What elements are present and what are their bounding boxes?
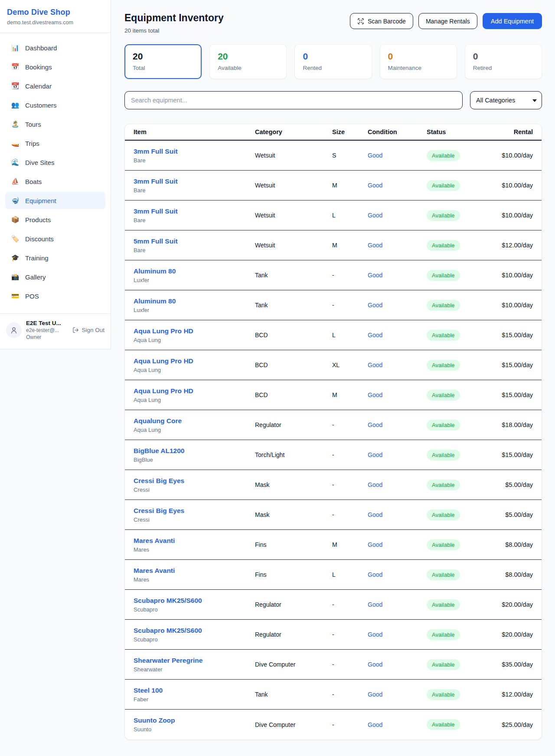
scan-barcode-label: Scan Barcode: [368, 18, 406, 25]
sign-out-button[interactable]: Sign Out: [72, 327, 104, 333]
item-name-link[interactable]: Aqua Lung Pro HD: [134, 327, 255, 335]
item-name-link[interactable]: Cressi Big Eyes: [134, 507, 255, 515]
condition-link[interactable]: Good: [368, 212, 382, 219]
condition-link[interactable]: Good: [368, 362, 382, 368]
page-title: Equipment Inventory: [124, 12, 224, 24]
size-cell: L: [332, 571, 368, 578]
item-name-link[interactable]: Steel 100: [134, 687, 255, 694]
item-brand: Aqua Lung: [134, 427, 255, 433]
sidebar-item-dashboard[interactable]: 📊 Dashboard: [5, 39, 105, 56]
sidebar-item-trips[interactable]: 🚤 Trips: [5, 135, 105, 152]
item-name-link[interactable]: 5mm Full Suit: [134, 237, 255, 245]
condition-link[interactable]: Good: [368, 541, 382, 548]
item-name-link[interactable]: Aqualung Core: [134, 417, 255, 425]
size-cell: -: [332, 272, 368, 279]
brand-title[interactable]: Demo Dive Shop: [7, 8, 104, 17]
table-row: Aqua Lung Pro HD Aqua Lung BCD XL Good A…: [125, 350, 542, 380]
sidebar-item-customers[interactable]: 👥 Customers: [5, 96, 105, 114]
stat-card-rented[interactable]: 0 Rented: [294, 44, 372, 79]
condition-link[interactable]: Good: [368, 391, 382, 398]
sidebar-item-tours[interactable]: 🏝️ Tours: [5, 115, 105, 133]
sidebar-item-boats[interactable]: ⛵ Boats: [5, 173, 105, 190]
category-cell: Tank: [255, 272, 332, 279]
condition-link[interactable]: Good: [368, 631, 382, 638]
sidebar-item-gallery[interactable]: 📸 Gallery: [5, 268, 105, 286]
status-badge: Available: [427, 300, 460, 311]
item-cell: Mares Avanti Mares: [134, 567, 255, 583]
condition-link[interactable]: Good: [368, 661, 382, 668]
item-name-link[interactable]: Mares Avanti: [134, 567, 255, 575]
item-name-link[interactable]: Scubapro MK25/S600: [134, 627, 255, 634]
condition-link[interactable]: Good: [368, 302, 382, 309]
item-name-link[interactable]: BigBlue AL1200: [134, 447, 255, 455]
add-equipment-button[interactable]: Add Equipment: [483, 13, 542, 29]
condition-link[interactable]: Good: [368, 511, 382, 518]
search-input[interactable]: [124, 91, 463, 109]
condition-link[interactable]: Good: [368, 152, 382, 159]
item-name-link[interactable]: 3mm Full Suit: [134, 177, 255, 185]
stat-label: Rented: [303, 65, 363, 71]
condition-link[interactable]: Good: [368, 691, 382, 698]
item-name-link[interactable]: Suunto Zoop: [134, 717, 255, 724]
category-select[interactable]: All Categories: [470, 91, 542, 109]
sidebar-item-label: Dive Sites: [25, 159, 55, 166]
stat-card-maintenance[interactable]: 0 Maintenance: [380, 44, 457, 79]
sidebar-item-dive-sites[interactable]: 🌊 Dive Sites: [5, 154, 105, 171]
item-name-link[interactable]: Shearwater Peregrine: [134, 657, 255, 664]
stat-card-retired[interactable]: 0 Retired: [465, 44, 542, 79]
condition-link[interactable]: Good: [368, 571, 382, 578]
condition-link[interactable]: Good: [368, 182, 382, 189]
condition-link[interactable]: Good: [368, 242, 382, 249]
item-name-link[interactable]: Aluminum 80: [134, 297, 255, 305]
condition-link[interactable]: Good: [368, 332, 382, 339]
condition-link[interactable]: Good: [368, 721, 382, 728]
sign-out-icon: [72, 327, 79, 333]
manage-rentals-label: Manage Rentals: [426, 18, 470, 25]
condition-link[interactable]: Good: [368, 421, 382, 428]
size-cell: -: [332, 691, 368, 698]
stat-card-available[interactable]: 20 Available: [209, 44, 287, 79]
sidebar-item-label: Trips: [25, 140, 39, 147]
stat-label: Total: [133, 65, 193, 71]
condition-link[interactable]: Good: [368, 451, 382, 458]
condition-link[interactable]: Good: [368, 481, 382, 488]
sidebar-item-discounts[interactable]: 🏷️ Discounts: [5, 230, 105, 247]
sidebar-item-bookings[interactable]: 📅 Bookings: [5, 58, 105, 76]
item-name-link[interactable]: Scubapro MK25/S600: [134, 597, 255, 605]
stat-value: 0: [303, 51, 363, 61]
category-cell: Tank: [255, 302, 332, 309]
item-name-link[interactable]: Aluminum 80: [134, 267, 255, 275]
item-name-link[interactable]: Mares Avanti: [134, 537, 255, 545]
manage-rentals-button[interactable]: Manage Rentals: [418, 13, 477, 29]
condition-link[interactable]: Good: [368, 601, 382, 608]
item-brand: Aqua Lung: [134, 397, 255, 403]
sidebar-item-products[interactable]: 📦 Products: [5, 211, 105, 228]
item-name-link[interactable]: 3mm Full Suit: [134, 207, 255, 215]
avatar: [6, 322, 22, 338]
item-cell: Aqua Lung Pro HD Aqua Lung: [134, 327, 255, 343]
condition-link[interactable]: Good: [368, 272, 382, 279]
rental-price: $15.00/day: [502, 362, 533, 368]
status-badge: Available: [427, 599, 460, 610]
table-body: 3mm Full Suit Bare Wetsuit S Good Availa…: [125, 141, 542, 740]
sidebar-item-training[interactable]: 🎓 Training: [5, 249, 105, 266]
page-header: Equipment Inventory 20 items total Scan …: [124, 12, 542, 34]
size-cell: -: [332, 661, 368, 668]
category-cell: Dive Computer: [255, 661, 332, 668]
item-name-link[interactable]: 3mm Full Suit: [134, 148, 255, 155]
rental-price: $15.00/day: [502, 391, 533, 398]
item-brand: Bare: [134, 157, 255, 164]
size-cell: M: [332, 182, 368, 189]
item-name-link[interactable]: Cressi Big Eyes: [134, 477, 255, 485]
stat-card-total[interactable]: 20 Total: [124, 44, 202, 79]
item-cell: 3mm Full Suit Bare: [134, 207, 255, 224]
item-name-link[interactable]: Aqua Lung Pro HD: [134, 387, 255, 395]
table-row: BigBlue AL1200 BigBlue Torch/Light - Goo…: [125, 440, 542, 470]
item-name-link[interactable]: Aqua Lung Pro HD: [134, 357, 255, 365]
sidebar-item-pos[interactable]: 💳 POS: [5, 287, 105, 305]
scan-barcode-button[interactable]: Scan Barcode: [350, 13, 413, 29]
table-row: Aluminum 80 Luxfer Tank - Good Available…: [125, 290, 542, 320]
table-row: Steel 100 Faber Tank - Good Available $1…: [125, 680, 542, 710]
sidebar-item-calendar[interactable]: 📆 Calendar: [5, 77, 105, 95]
sidebar-item-equipment[interactable]: 🤿 Equipment: [5, 192, 105, 209]
